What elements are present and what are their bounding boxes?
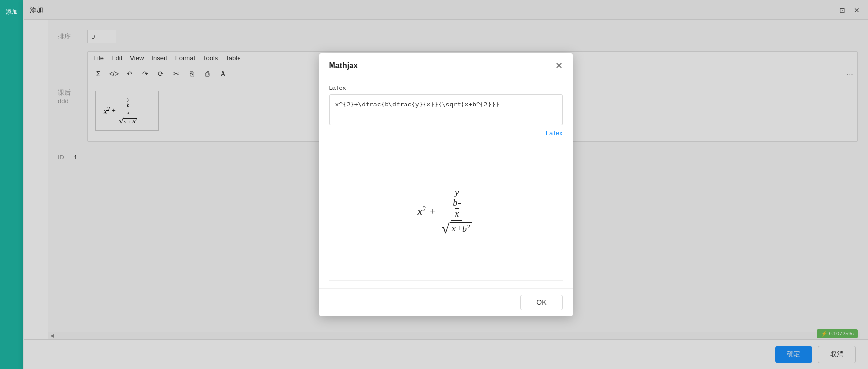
formula-x2: x2 — [418, 205, 426, 218]
modal-body: LaTex x^{2}+\dfrac{b\dfrac{y}{x}}{\sqrt{… — [319, 76, 573, 288]
modal-title: Mathjax — [329, 61, 358, 70]
formula-numerator: y b x — [451, 188, 462, 221]
mathjax-modal: Mathjax ✕ LaTex x^{2}+\dfrac{b\dfrac{y}{… — [319, 53, 573, 316]
formula-preview-area: x2 + y b — [329, 143, 563, 281]
latex-help-link[interactable]: LaTex — [546, 129, 563, 137]
sidebar-add-btn[interactable]: 添加 — [1, 4, 22, 20]
modal-header: Mathjax ✕ — [319, 53, 573, 76]
formula-plus: + — [430, 205, 436, 218]
latex-input[interactable]: x^{2}+\dfrac{b\dfrac{y}{x}}{\sqrt{x+b^{2… — [329, 94, 563, 125]
ok-button[interactable]: OK — [520, 295, 562, 310]
latex-link-container: LaTex — [329, 128, 563, 137]
main-window: 添加 — ⊡ ✕ ▲ 排序 课后ddd File — [23, 0, 868, 369]
left-sidebar: 添加 — [0, 0, 23, 369]
latex-field-label: LaTex — [329, 84, 563, 91]
formula-main-frac: y b x — [440, 188, 474, 235]
rendered-formula: x2 + y b — [418, 188, 474, 235]
modal-overlay: Mathjax ✕ LaTex x^{2}+\dfrac{b\dfrac{y}{… — [24, 0, 868, 369]
formula-denominator: √ x + b2 — [440, 221, 474, 235]
modal-footer: OK — [319, 288, 573, 316]
modal-close-button[interactable]: ✕ — [555, 61, 563, 70]
sqrt-expression: √ x + b2 — [442, 222, 472, 235]
